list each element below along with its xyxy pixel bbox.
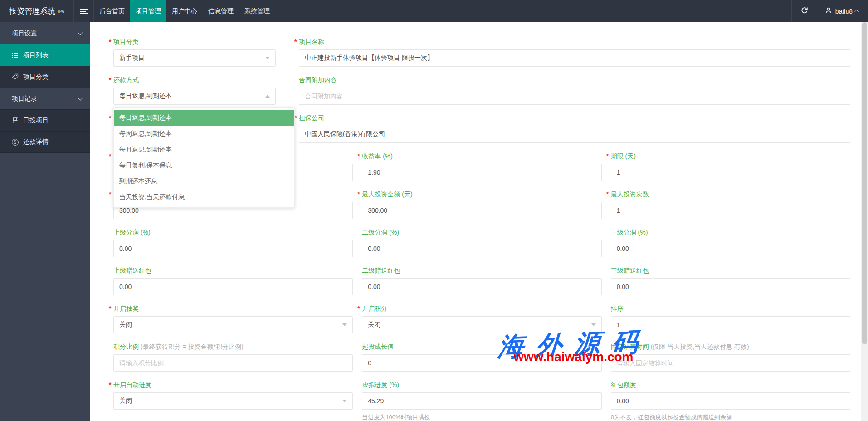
level3-redpacket-input[interactable]	[611, 278, 850, 295]
field-label: 红包额度	[611, 381, 636, 388]
sidebar-item-project-list[interactable]: 项目列表	[0, 44, 90, 66]
sort-order-input[interactable]	[611, 316, 850, 333]
dropdown-option[interactable]: 每日复利,保本保息	[114, 157, 294, 173]
sidebar-group-project-records[interactable]: 项目记录	[0, 88, 90, 109]
flag-icon	[11, 117, 19, 124]
select-value: 关闭	[119, 321, 132, 329]
main-content: *项目分类 新手项目 *项目名称 *还款方式 每日返息,到期还本	[90, 22, 861, 421]
field-level2-redpacket: 二级赠送红包	[362, 266, 601, 295]
field-label: 开启积分	[362, 305, 387, 312]
main-nav: 后台首页 项目管理 用户中心 信息管理 系统管理	[94, 0, 275, 22]
required-marker: *	[109, 381, 113, 389]
form-row: *开启自动进度 关闭 虚拟进度 (%) 当进度为100%时项目满投 红包额度 0…	[113, 381, 850, 421]
scrollbar-thumb[interactable]	[862, 22, 867, 344]
field-max-invest-times: *最大投资次数	[611, 190, 850, 219]
field-growth-value: 起投成长值	[362, 343, 601, 372]
required-marker: *	[606, 190, 611, 199]
field-label: 项目名称	[299, 38, 324, 45]
max-invest-amount-input[interactable]	[362, 202, 601, 219]
field-sort-order: 排序	[611, 304, 850, 333]
field-level1-redpacket: 上级赠送红包	[113, 266, 353, 295]
field-virtual-progress: 虚拟进度 (%) 当进度为100%时项目满投	[362, 381, 601, 421]
field-term: *期限 (天)	[611, 152, 850, 181]
sidebar-item-project-category[interactable]: 项目分类	[0, 66, 90, 88]
required-marker: *	[357, 152, 362, 161]
form-row: *项目分类 新手项目 *项目名称	[113, 38, 850, 67]
guarantee-company-input[interactable]	[299, 126, 850, 143]
topbar: 投资管理系统 TP6 后台首页 项目管理 用户中心 信息管理 系统管理	[0, 0, 868, 22]
required-marker: *	[109, 114, 113, 122]
field-level2-profit: 二级分润 (%)	[362, 228, 601, 257]
field-rate: *收益率 (%)	[362, 152, 601, 181]
project-category-select[interactable]: 新手项目	[113, 49, 276, 67]
dropdown-option[interactable]: 每日返息,到期还本	[114, 110, 294, 126]
tab-home[interactable]: 后台首页	[94, 0, 130, 22]
dropdown-option[interactable]: 到期还本还息	[114, 173, 294, 189]
scrollbar	[861, 22, 868, 421]
form-row: *还款方式 每日返息,到期还本 合同附加内容	[113, 76, 850, 105]
level2-redpacket-input[interactable]	[362, 278, 601, 295]
form-row: 积分比例(最终获得积分 = 投资金额*积分比例) 起投成长值 固定结算时间(仅限…	[113, 343, 850, 372]
user-icon	[825, 7, 832, 15]
field-label: 合同附加内容	[299, 76, 337, 83]
refresh-button[interactable]	[791, 0, 818, 22]
field-label: 二级分润 (%)	[362, 229, 399, 236]
tab-information[interactable]: 信息管理	[203, 0, 239, 22]
field-label: 开启抽奖	[113, 305, 139, 312]
level1-redpacket-input[interactable]	[113, 278, 353, 295]
field-label: 期限 (天)	[611, 152, 636, 160]
topbar-right: baifu8	[791, 0, 868, 22]
required-marker: *	[109, 190, 113, 199]
select-value: 新手项目	[119, 54, 145, 62]
caret-down-icon	[265, 57, 270, 59]
dropdown-option[interactable]: 每月返息,到期还本	[114, 142, 294, 157]
field-label: 固定结算时间	[611, 343, 649, 350]
dropdown-option[interactable]: 每周返息,到期还本	[114, 126, 294, 142]
enable-points-select[interactable]: 关闭	[362, 316, 601, 333]
field-label: 最大投资金额 (元)	[362, 191, 412, 198]
max-invest-times-input[interactable]	[611, 202, 850, 219]
virtual-progress-hint: 当进度为100%时项目满投	[362, 413, 601, 421]
field-level1-profit: 上级分润 (%)	[113, 228, 353, 257]
sidebar-group-label: 项目记录	[12, 95, 37, 102]
sidebar-item-invested-projects[interactable]: 已投项目	[0, 109, 90, 131]
field-level3-profit: 三级分润 (%)	[611, 228, 850, 257]
redpacket-quota-hint: 0为不发，红包额度以起投金额成倍赠送到余额	[611, 413, 850, 421]
project-name-input[interactable]	[299, 49, 850, 67]
form-row: 上级分润 (%) 二级分润 (%) 三级分润 (%)	[113, 228, 850, 257]
redpacket-quota-input[interactable]	[611, 392, 850, 410]
enable-lottery-select[interactable]: 关闭	[113, 316, 353, 333]
field-label: 开启自动进度	[113, 381, 151, 388]
select-value: 每日返息,到期还本	[119, 92, 172, 100]
sidebar-item-label: 项目列表	[23, 51, 49, 59]
field-auto-progress: *开启自动进度 关闭	[113, 381, 353, 421]
tab-user-center[interactable]: 用户中心	[166, 0, 203, 22]
tab-project-management[interactable]: 项目管理	[130, 0, 166, 22]
field-label: 还款方式	[113, 76, 139, 83]
user-menu[interactable]: baifu8	[818, 0, 868, 22]
dropdown-option[interactable]: 当天投资,当天还款付息	[114, 189, 294, 205]
sidebar-toggle-button[interactable]	[74, 0, 94, 22]
fixed-settle-time-input[interactable]	[611, 354, 850, 372]
points-ratio-input[interactable]	[113, 354, 353, 372]
sidebar-group-project-settings[interactable]: 项目设置	[0, 22, 90, 44]
field-label: 三级分润 (%)	[611, 229, 648, 236]
repayment-method-select[interactable]: 每日返息,到期还本	[113, 88, 276, 105]
auto-progress-select[interactable]: 关闭	[113, 392, 353, 410]
sidebar-item-repayment-details[interactable]: $ 还款详情	[0, 131, 90, 153]
term-input[interactable]	[611, 164, 850, 181]
level2-profit-input[interactable]	[362, 240, 601, 257]
rate-input[interactable]	[362, 164, 601, 181]
form-row: *开启抽奖 关闭 *开启积分 关闭 排序	[113, 304, 850, 333]
field-label: 上级赠送红包	[113, 267, 151, 274]
tab-system[interactable]: 系统管理	[239, 0, 275, 22]
growth-value-input[interactable]	[362, 354, 601, 372]
contract-extra-input[interactable]	[299, 88, 850, 105]
field-enable-lottery: *开启抽奖 关闭	[113, 304, 353, 333]
level3-profit-input[interactable]	[611, 240, 850, 257]
required-marker: *	[357, 304, 362, 313]
level1-profit-input[interactable]	[113, 240, 353, 257]
virtual-progress-input[interactable]	[362, 392, 601, 410]
field-enable-points: *开启积分 关闭	[362, 304, 601, 333]
field-label: 收益率 (%)	[362, 152, 393, 160]
